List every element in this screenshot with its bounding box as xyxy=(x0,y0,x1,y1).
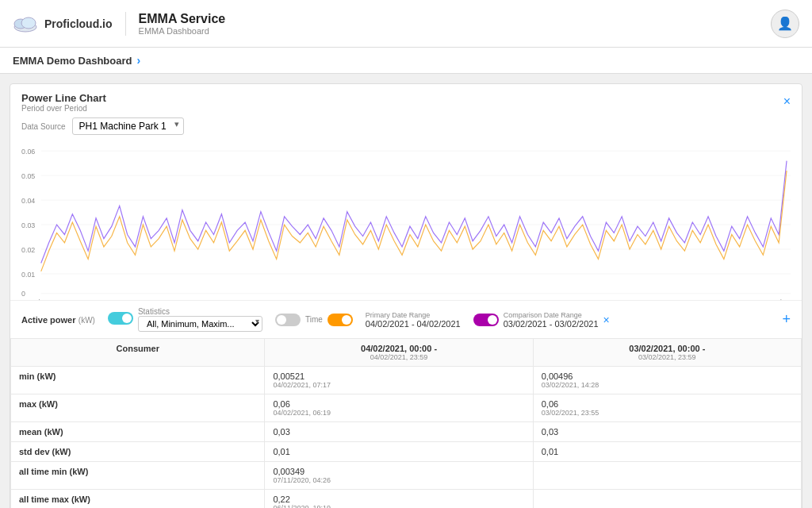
comparison-group: Comparison Date Range 03/02/2021 - 03/02… xyxy=(473,311,610,329)
svg-text:06:00: 06:00 xyxy=(217,299,233,300)
time-label: Time xyxy=(305,315,323,324)
time-knob xyxy=(277,315,286,325)
svg-text:Feb 04: Feb 04 xyxy=(773,299,791,300)
datasource-row: Data Source PH1 Machine Park 1 xyxy=(10,117,802,141)
add-date-range-button[interactable]: + xyxy=(782,311,791,328)
row-label: min (kW) xyxy=(11,367,265,394)
row-col1: 0,0052104/02/2021, 07:17 xyxy=(265,367,533,394)
chart-card-header: Power Line Chart Period over Period × xyxy=(10,84,802,117)
active-power-label: Active power xyxy=(21,315,75,325)
col1-header-label: 04/02/2021, 00:00 - 04/02/2021, 23:59 xyxy=(273,344,524,361)
svg-text:0.03: 0.03 xyxy=(21,221,35,229)
datasource-select[interactable]: PH1 Machine Park 1 xyxy=(72,117,184,135)
time-orange-knob xyxy=(342,315,351,325)
logo: Proficloud.io xyxy=(13,14,113,33)
comparison-date-range-label: Comparison Date Range xyxy=(504,311,599,319)
stats-table-container: Consumer 04/02/2021, 00:00 - 04/02/2021,… xyxy=(10,338,802,508)
controls-row: Active power (kW) Statistics All, Minimu… xyxy=(10,300,802,338)
primary-date-range-group: Primary Date Range 04/02/2021 - 04/02/20… xyxy=(366,311,461,329)
chart-close-button[interactable]: × xyxy=(783,95,791,108)
col0-header: Consumer xyxy=(11,339,265,367)
main-content: Power Line Chart Period over Period × Da… xyxy=(0,74,812,508)
chart-area: 0.06 0.05 0.04 0.03 0.02 0.01 0 xyxy=(10,141,802,300)
svg-text:Feb 04: Feb 04 xyxy=(31,299,51,300)
chart-svg: 0.06 0.05 0.04 0.03 0.02 0.01 0 xyxy=(21,144,791,300)
svg-text:21:00: 21:00 xyxy=(680,299,696,300)
svg-text:0.02: 0.02 xyxy=(21,246,35,254)
col1-header: 04/02/2021, 00:00 - 04/02/2021, 23:59 xyxy=(265,339,533,367)
header-title: EMMA Service EMMA Dashboard xyxy=(125,12,226,36)
svg-text:0: 0 xyxy=(21,290,25,298)
time-toggle-group: Time xyxy=(275,314,353,326)
row-label: max (kW) xyxy=(11,394,265,422)
svg-text:0.01: 0.01 xyxy=(21,271,35,279)
datasource-label: Data Source xyxy=(21,122,66,131)
row-col1: 0,01 xyxy=(265,442,533,462)
header-left: Proficloud.io EMMA Service EMMA Dashboar… xyxy=(13,12,225,36)
row-label: all time min (kW) xyxy=(11,462,265,490)
statistics-select-wrapper: All, Minimum, Maxim... xyxy=(138,316,262,332)
active-power-unit: (kW) xyxy=(79,316,95,325)
table-row: mean (kW)0,030,03 xyxy=(11,422,802,442)
statistics-select[interactable]: All, Minimum, Maxim... xyxy=(138,316,262,332)
statistics-label: Statistics xyxy=(138,307,262,316)
svg-text:03:00: 03:00 xyxy=(124,299,140,300)
comparison-clear-button[interactable]: × xyxy=(603,314,610,326)
svg-text:0.05: 0.05 xyxy=(21,172,35,180)
statistics-switch[interactable] xyxy=(108,312,133,325)
datasource-select-wrapper: PH1 Machine Park 1 xyxy=(72,117,184,135)
stats-table: Consumer 04/02/2021, 00:00 - 04/02/2021,… xyxy=(10,338,802,508)
table-row: std dev (kW)0,010,01 xyxy=(11,442,802,462)
svg-text:18:00: 18:00 xyxy=(587,299,603,300)
col2-header-label: 03/02/2021, 00:00 - 03/02/2021, 23:59 xyxy=(542,344,793,361)
table-row: min (kW)0,0052104/02/2021, 07:170,004960… xyxy=(11,367,802,394)
row-label: mean (kW) xyxy=(11,422,265,442)
statistics-label-block: Statistics All, Minimum, Maxim... xyxy=(138,307,262,332)
time-orange-switch[interactable] xyxy=(327,314,353,326)
row-label: all time max (kW) xyxy=(11,490,265,509)
breadcrumb-arrow[interactable]: › xyxy=(136,54,140,67)
time-switch[interactable] xyxy=(275,314,301,326)
row-col2: 0,0049603/02/2021, 14:28 xyxy=(533,367,801,394)
row-col2: 0,03 xyxy=(533,422,801,442)
chart-title: Power Line Chart xyxy=(21,92,106,104)
comparison-date-range-group: Comparison Date Range 03/02/2021 - 03/02… xyxy=(504,311,599,329)
row-col2 xyxy=(533,490,801,509)
breadcrumb: EMMA Demo Dashboard › xyxy=(0,48,812,74)
avatar-icon: 👤 xyxy=(777,16,793,31)
comparison-switch[interactable] xyxy=(473,314,499,326)
logo-icon xyxy=(13,14,38,33)
svg-text:0.06: 0.06 xyxy=(21,148,35,156)
row-label: std dev (kW) xyxy=(11,442,265,462)
statistics-toggle-group: Statistics All, Minimum, Maxim... xyxy=(108,307,262,332)
row-col1: 0,2206/11/2020, 19:19 xyxy=(265,490,533,509)
svg-text:09:00: 09:00 xyxy=(312,299,327,300)
svg-text:15:00: 15:00 xyxy=(492,299,508,300)
row-col1: 0,0034907/11/2020, 04:26 xyxy=(265,462,533,490)
chart-card: Power Line Chart Period over Period × Da… xyxy=(10,83,802,508)
col2-header: 03/02/2021, 00:00 - 03/02/2021, 23:59 xyxy=(533,339,801,367)
primary-date-range-value[interactable]: 04/02/2021 - 04/02/2021 xyxy=(366,319,461,329)
row-col2: 0,01 xyxy=(533,442,801,462)
row-col2 xyxy=(533,462,801,490)
comparison-date-range-value[interactable]: 03/02/2021 - 03/02/2021 xyxy=(504,319,599,329)
time-label-block: Time xyxy=(305,315,323,324)
primary-date-range-label: Primary Date Range xyxy=(366,311,461,319)
breadcrumb-label: EMMA Demo Dashboard xyxy=(13,55,132,67)
header: Proficloud.io EMMA Service EMMA Dashboar… xyxy=(0,0,812,48)
row-col2: 0,0603/02/2021, 23:55 xyxy=(533,394,801,422)
service-subtitle: EMMA Dashboard xyxy=(139,26,226,36)
avatar[interactable]: 👤 xyxy=(771,10,799,38)
row-col1: 0,03 xyxy=(265,422,533,442)
table-row: max (kW)0,0604/02/2021, 06:190,0603/02/2… xyxy=(11,394,802,422)
table-row: all time max (kW)0,2206/11/2020, 19:19 xyxy=(11,490,802,509)
active-power-label-block: Active power (kW) xyxy=(21,314,95,325)
col0-header-label: Consumer xyxy=(117,344,159,353)
table-row: all time min (kW)0,0034907/11/2020, 04:2… xyxy=(11,462,802,490)
statistics-toggle[interactable] xyxy=(108,312,133,327)
comparison-knob xyxy=(488,315,497,325)
chart-title-block: Power Line Chart Period over Period xyxy=(21,92,106,113)
statistics-knob xyxy=(122,314,132,323)
row-col1: 0,0604/02/2021, 06:19 xyxy=(265,394,533,422)
svg-point-2 xyxy=(21,17,36,29)
